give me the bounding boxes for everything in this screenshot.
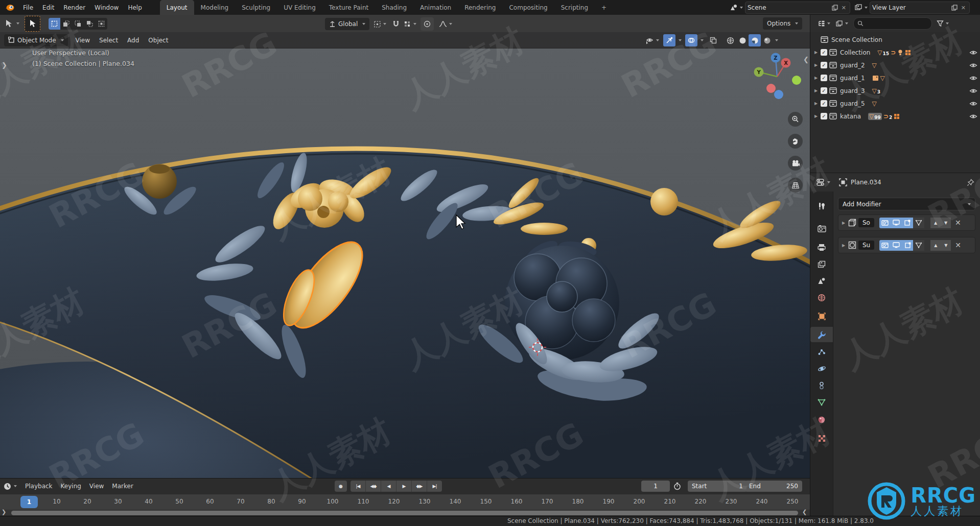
modifier-move-up-button[interactable]: ▲ (930, 240, 941, 251)
modifier-editmode-toggle[interactable] (902, 218, 913, 228)
timeline-menu-playback[interactable]: Playback (21, 483, 57, 490)
tab-uv-editing[interactable]: UV Editing (277, 0, 322, 15)
camera-view-icon[interactable] (788, 156, 803, 171)
modifier-render-toggle[interactable] (879, 240, 891, 251)
modifier-delete-button[interactable]: ✕ (955, 219, 961, 227)
previous-keyframe-button[interactable]: ◀◆ (366, 481, 381, 492)
modifier-cage-toggle[interactable] (913, 240, 924, 251)
tab-animation[interactable]: Animation (413, 0, 458, 15)
select-mode-invert[interactable] (84, 18, 96, 30)
add-workspace-button[interactable]: + (595, 0, 613, 15)
select-mode-extend[interactable] (60, 18, 72, 30)
outliner-filter-dropdown[interactable] (937, 20, 949, 27)
properties-tab-render[interactable] (810, 221, 833, 236)
overlays-toggle-icon[interactable] (685, 34, 697, 46)
shading-rendered-icon[interactable] (761, 34, 773, 46)
properties-tab-view-layer[interactable] (810, 256, 833, 272)
xray-toggle-icon[interactable] (707, 34, 719, 46)
properties-tab-constraints[interactable] (810, 378, 833, 393)
properties-tab-physics[interactable] (810, 361, 833, 376)
hide-viewport-eye-icon[interactable] (969, 62, 977, 69)
expand-arrow-icon[interactable]: ▶ (841, 243, 846, 248)
hide-viewport-eye-icon[interactable] (969, 100, 977, 107)
modifier-row-su[interactable]: ▶Su▲▼✕ (838, 237, 975, 253)
expand-arrow-icon[interactable]: ▶ (813, 88, 819, 93)
scene-name-field[interactable]: Scene ✕ (745, 2, 850, 14)
snap-toggle-icon[interactable] (392, 20, 400, 28)
modifier-cage-toggle[interactable] (913, 218, 924, 228)
select-mode-set[interactable] (49, 18, 60, 30)
editor-type-icon[interactable] (816, 178, 830, 186)
collection-checkbox[interactable]: ✓ (821, 113, 827, 119)
jump-to-start-button[interactable]: |◀ (351, 481, 366, 492)
expand-arrow-icon[interactable]: ▶ (841, 221, 846, 225)
tab-shading[interactable]: Shading (375, 0, 413, 15)
outliner-item-collection[interactable]: ▶✓Collection▽15⊃ (810, 46, 980, 59)
unlink-scene-icon[interactable]: ✕ (840, 5, 848, 11)
modifier-move-down-button[interactable]: ▼ (941, 240, 951, 251)
properties-tab-scene[interactable] (810, 273, 833, 289)
viewport-menu-add[interactable]: Add (123, 37, 144, 44)
scene-icon[interactable] (730, 4, 743, 12)
auto-keyframe-record-button[interactable]: ● (335, 481, 347, 492)
tab-rendering[interactable]: Rendering (458, 0, 502, 15)
properties-tab-output[interactable] (810, 240, 833, 255)
viewport-menu-view[interactable]: View (71, 37, 95, 44)
ortho-perspective-icon[interactable] (788, 178, 803, 193)
modifier-row-so[interactable]: ▶So▲▼✕ (838, 214, 975, 231)
frame-end-field[interactable]: End250 (745, 481, 802, 492)
select-mode-intersect[interactable] (96, 18, 107, 30)
timeline-editor-type-icon[interactable] (3, 482, 17, 491)
proportional-falloff-dropdown[interactable] (439, 20, 452, 28)
properties-tab-tool[interactable] (810, 199, 833, 214)
menu-window[interactable]: Window (90, 0, 123, 15)
modifier-move-down-button[interactable]: ▼ (941, 218, 951, 228)
shading-solid-icon[interactable] (736, 34, 749, 46)
modifier-viewport-toggle[interactable] (891, 240, 902, 251)
menu-edit[interactable]: Edit (38, 0, 59, 15)
hide-viewport-eye-icon[interactable] (969, 113, 977, 120)
tab-texture-paint[interactable]: Texture Paint (322, 0, 375, 15)
jump-to-end-button[interactable]: ▶| (427, 481, 442, 492)
modifier-name-field[interactable]: Su (858, 241, 874, 250)
viewport-canvas[interactable]: User Perspective (Local) (1) Scene Colle… (0, 32, 810, 478)
menu-render[interactable]: Render (59, 0, 90, 15)
modifier-name-field[interactable]: So (858, 218, 874, 227)
modifier-delete-button[interactable]: ✕ (955, 241, 961, 249)
outliner-display-mode-dropdown[interactable] (818, 20, 830, 28)
outliner-item-guard_5[interactable]: ▶✓guard_5▽ (810, 97, 980, 110)
properties-tab-modifiers[interactable] (810, 327, 833, 342)
timeline-right-arrow[interactable]: ❮ (802, 509, 807, 515)
tool-dropdown[interactable] (4, 18, 19, 29)
modifier-move-up-button[interactable]: ▲ (930, 218, 941, 228)
hide-viewport-eye-icon[interactable] (969, 49, 977, 56)
properties-tab-material[interactable] (810, 412, 833, 427)
properties-tab-object-data[interactable] (810, 395, 833, 410)
play-button[interactable]: ▶ (396, 481, 412, 492)
expand-arrow-icon[interactable]: ▶ (813, 114, 819, 118)
select-mode-subtract[interactable] (72, 18, 84, 30)
navigation-gizmo[interactable]: Z X Y (747, 52, 804, 112)
modifier-viewport-toggle[interactable] (891, 218, 902, 228)
hide-viewport-eye-icon[interactable] (969, 75, 977, 82)
collection-checkbox[interactable]: ✓ (821, 62, 827, 68)
properties-tab-world[interactable] (810, 290, 833, 305)
menu-help[interactable]: Help (123, 0, 146, 15)
snap-settings-dropdown[interactable] (404, 20, 416, 28)
collection-checkbox[interactable]: ✓ (821, 100, 827, 107)
next-keyframe-button[interactable]: ◆▶ (412, 481, 427, 492)
options-dropdown[interactable]: Options (763, 17, 802, 30)
toolbar-expand-arrow[interactable]: ❯ (2, 61, 7, 69)
menu-file[interactable]: File (18, 0, 38, 15)
properties-tab-object[interactable] (810, 308, 833, 324)
copy-scene-icon[interactable] (832, 5, 838, 11)
mode-selector[interactable]: Object Mode (4, 34, 68, 46)
timeline-menu-marker[interactable]: Marker (108, 483, 137, 490)
current-frame-field[interactable]: 1 (641, 481, 670, 492)
collection-checkbox[interactable]: ✓ (821, 75, 827, 81)
timeline-menu-keying[interactable]: Keying (57, 483, 85, 490)
outliner-search-input[interactable] (853, 17, 932, 30)
gizmos-toggle-icon[interactable] (663, 34, 675, 46)
expand-arrow-icon[interactable]: ▶ (813, 50, 819, 55)
tab-compositing[interactable]: Compositing (502, 0, 554, 15)
